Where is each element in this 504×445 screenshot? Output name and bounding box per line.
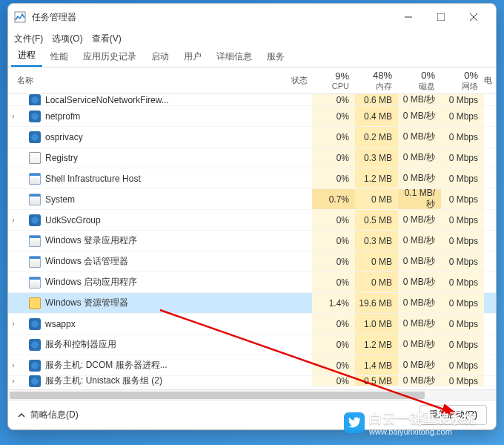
- process-name: netprofm: [45, 111, 275, 122]
- process-name: Windows 资源管理器: [45, 297, 275, 309]
- menu-options[interactable]: 选项(O): [52, 33, 82, 45]
- col-memory[interactable]: 48%内存: [355, 70, 398, 92]
- col-name[interactable]: 名称: [8, 75, 275, 86]
- titlebar[interactable]: 任务管理器: [8, 4, 496, 30]
- process-icon: [29, 173, 41, 185]
- horizontal-scrollbar[interactable]: [8, 389, 496, 400]
- tab-users[interactable]: 用户: [177, 47, 208, 67]
- memory-cell: 0 MB: [355, 189, 398, 209]
- table-row[interactable]: ›服务主机: DCOM 服务器进程...0%1.4 MB0 MB/秒0 Mbps: [8, 355, 496, 376]
- disk-cell: 0 MB/秒: [398, 94, 441, 105]
- table-row[interactable]: Windows 登录应用程序0%0.3 MB0 MB/秒0 Mbps: [8, 231, 496, 251]
- memory-cell: 1.0 MB: [355, 314, 398, 334]
- process-name: 服务主机: Unistack 服务组 (2): [45, 375, 275, 387]
- process-icon: [29, 152, 41, 164]
- column-header[interactable]: 名称 状态 9%CPU 48%内存 0%磁盘 0%网络 电: [8, 67, 496, 94]
- expand-toggle[interactable]: ›: [8, 361, 19, 369]
- tab-startup[interactable]: 启动: [145, 47, 176, 67]
- table-row[interactable]: Windows 资源管理器1.4%19.6 MB0 MB/秒0 Mbps: [8, 293, 496, 314]
- process-name: wsappx: [45, 319, 275, 329]
- col-status[interactable]: 状态: [275, 75, 312, 86]
- col-power[interactable]: 电: [484, 75, 496, 86]
- network-cell: 0 Mbps: [441, 272, 484, 292]
- table-row[interactable]: ›wsappx0%1.0 MB0 MB/秒0 Mbps: [8, 314, 496, 334]
- cpu-cell: 0%: [312, 148, 355, 168]
- cpu-cell: 0%: [312, 168, 355, 188]
- network-cell: 0 Mbps: [441, 314, 484, 334]
- cpu-cell: 1.4%: [312, 293, 355, 313]
- col-network[interactable]: 0%网络: [441, 70, 484, 92]
- expand-toggle[interactable]: ›: [8, 320, 19, 328]
- disk-cell: 0.1 MB/秒: [398, 189, 441, 209]
- table-row[interactable]: ›netprofm0%0.4 MB0 MB/秒0 Mbps: [8, 106, 496, 127]
- process-icon: [29, 318, 41, 330]
- close-button[interactable]: [457, 7, 490, 27]
- tab-services[interactable]: 服务: [260, 47, 291, 67]
- process-icon: [29, 375, 41, 387]
- tab-details[interactable]: 详细信息: [210, 47, 259, 67]
- network-cell: 0 Mbps: [441, 94, 484, 105]
- menubar: 文件(F) 选项(O) 查看(V): [8, 30, 496, 47]
- network-cell: 0 Mbps: [441, 334, 484, 355]
- process-name: Registry: [45, 153, 275, 163]
- memory-cell: 0.2 MB: [355, 127, 398, 147]
- cpu-cell: 0%: [312, 106, 355, 126]
- menu-file[interactable]: 文件(F): [14, 33, 43, 45]
- process-icon: [29, 214, 41, 226]
- process-name: UdkSvcGroup: [45, 215, 275, 225]
- maximize-button[interactable]: [425, 7, 457, 27]
- network-cell: 0 Mbps: [441, 210, 484, 230]
- memory-cell: 0 MB: [355, 251, 398, 271]
- process-name: osprivacy: [45, 132, 275, 142]
- disk-cell: 0 MB/秒: [398, 334, 441, 355]
- memory-cell: 0.4 MB: [355, 106, 398, 126]
- disk-cell: 0 MB/秒: [398, 272, 441, 292]
- window-title: 任务管理器: [32, 11, 392, 24]
- table-row[interactable]: Windows 启动应用程序0%0 MB0 MB/秒0 Mbps: [8, 272, 496, 293]
- table-row[interactable]: LocalServiceNoNetworkFirew...0%0.6 MB0 M…: [8, 94, 496, 106]
- network-cell: 0 Mbps: [441, 168, 484, 188]
- table-row[interactable]: 服务和控制器应用0%1.2 MB0 MB/秒0 Mbps: [8, 334, 496, 355]
- chevron-up-icon: [17, 411, 26, 420]
- table-row[interactable]: Shell Infrastructure Host0%1.2 MB0 MB/秒0…: [8, 168, 496, 189]
- minimize-button[interactable]: [392, 7, 425, 27]
- tab-performance[interactable]: 性能: [44, 47, 75, 67]
- network-cell: 0 Mbps: [441, 293, 484, 313]
- cpu-cell: 0%: [312, 251, 355, 271]
- process-name: 服务和控制器应用: [45, 338, 275, 351]
- watermark: 白云一键重装系统 www.baiyunxitong.com: [344, 409, 476, 436]
- process-list[interactable]: LocalServiceNoNetworkFirew...0%0.6 MB0 M…: [8, 94, 496, 389]
- col-cpu[interactable]: 9%CPU: [312, 70, 355, 90]
- table-row[interactable]: System0.7%0 MB0.1 MB/秒0 Mbps: [8, 189, 496, 210]
- memory-cell: 0.5 MB: [355, 376, 398, 386]
- scrollbar-thumb[interactable]: [10, 392, 425, 399]
- process-name: Windows 登录应用程序: [45, 234, 275, 247]
- cpu-cell: 0%: [312, 210, 355, 230]
- network-cell: 0 Mbps: [441, 148, 484, 168]
- network-cell: 0 Mbps: [441, 376, 484, 386]
- cpu-cell: 0%: [312, 127, 355, 147]
- table-row[interactable]: Windows 会话管理器0%0 MB0 MB/秒0 Mbps: [8, 251, 496, 272]
- watermark-icon: [344, 412, 365, 433]
- network-cell: 0 Mbps: [441, 251, 484, 271]
- app-icon: [14, 11, 26, 23]
- col-disk[interactable]: 0%磁盘: [398, 70, 441, 92]
- network-cell: 0 Mbps: [441, 231, 484, 251]
- process-name: System: [45, 194, 275, 205]
- table-row[interactable]: ›服务主机: Unistack 服务组 (2)0%0.5 MB0 MB/秒0 M…: [8, 376, 496, 386]
- table-row[interactable]: Registry0%0.3 MB0 MB/秒0 Mbps: [8, 148, 496, 168]
- process-icon: [29, 256, 41, 268]
- expand-toggle[interactable]: ›: [8, 377, 19, 385]
- disk-cell: 0 MB/秒: [398, 355, 441, 375]
- expand-toggle[interactable]: ›: [8, 216, 19, 224]
- tab-app-history[interactable]: 应用历史记录: [76, 47, 143, 67]
- table-row[interactable]: osprivacy0%0.2 MB0 MB/秒0 Mbps: [8, 127, 496, 148]
- fewer-details-button[interactable]: 简略信息(D): [17, 409, 79, 421]
- tabs: 进程 性能 应用历史记录 启动 用户 详细信息 服务: [8, 47, 496, 67]
- disk-cell: 0 MB/秒: [398, 148, 441, 168]
- table-row[interactable]: ›UdkSvcGroup0%0.5 MB0 MB/秒0 Mbps: [8, 210, 496, 231]
- expand-toggle[interactable]: ›: [8, 112, 19, 120]
- tab-processes[interactable]: 进程: [11, 45, 42, 67]
- cpu-cell: 0%: [312, 272, 355, 292]
- menu-view[interactable]: 查看(V): [92, 33, 122, 45]
